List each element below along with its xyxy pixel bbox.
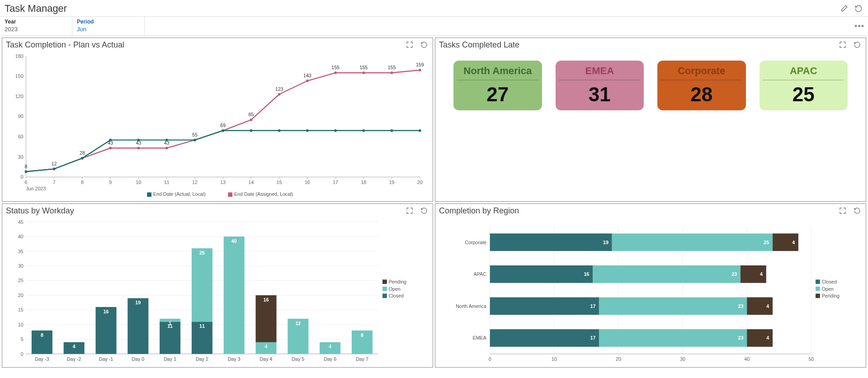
refresh-icon[interactable] [854, 4, 863, 14]
svg-text:15: 15 [18, 307, 24, 312]
svg-rect-153 [382, 293, 387, 298]
svg-text:4: 4 [73, 344, 75, 349]
svg-text:40: 40 [231, 238, 237, 244]
svg-text:Closed: Closed [389, 293, 404, 298]
svg-point-66 [391, 71, 393, 74]
svg-point-60 [306, 80, 309, 82]
svg-rect-129 [192, 248, 212, 321]
svg-text:14: 14 [248, 180, 254, 185]
kpi-tile-value: 25 [760, 80, 848, 106]
kpi-tile-label: Corporate [657, 61, 746, 80]
svg-text:40: 40 [744, 356, 750, 362]
kpi-tile-label: EMEA [556, 61, 644, 80]
svg-point-50 [165, 147, 168, 150]
svg-text:Day 5: Day 5 [292, 356, 304, 362]
svg-text:155: 155 [359, 65, 368, 70]
svg-text:55: 55 [192, 132, 198, 137]
svg-text:25: 25 [18, 278, 24, 283]
svg-text:North America: North America [456, 303, 486, 309]
svg-rect-184 [599, 298, 747, 315]
svg-text:EMEA: EMEA [473, 335, 487, 340]
kpi-tile[interactable]: Corporate28 [657, 61, 746, 110]
svg-rect-191 [599, 329, 747, 347]
svg-text:4: 4 [766, 335, 769, 340]
svg-text:11: 11 [199, 323, 205, 329]
svg-text:20: 20 [417, 180, 423, 185]
svg-text:0: 0 [489, 356, 491, 362]
svg-text:123: 123 [275, 86, 283, 92]
svg-text:12: 12 [52, 161, 57, 166]
svg-text:12: 12 [192, 180, 198, 185]
svg-text:7: 7 [53, 180, 56, 185]
svg-rect-175 [490, 265, 593, 283]
svg-rect-200 [816, 293, 820, 298]
svg-text:8: 8 [25, 164, 28, 169]
panel-status-workday: Status by Workday 0510152025303540458Day… [2, 203, 433, 368]
svg-point-46 [109, 147, 112, 150]
svg-text:16: 16 [305, 180, 310, 185]
svg-text:9: 9 [109, 180, 112, 185]
panel-title: Status by Workday [6, 206, 74, 216]
kpi-tile[interactable]: APAC25 [760, 61, 848, 110]
svg-text:5: 5 [21, 336, 24, 342]
svg-text:4: 4 [760, 271, 763, 277]
svg-rect-170 [612, 233, 773, 251]
svg-text:12: 12 [295, 321, 301, 326]
svg-text:30: 30 [18, 154, 24, 160]
refresh-icon[interactable] [419, 206, 429, 216]
svg-rect-149 [382, 279, 387, 284]
svg-text:16: 16 [584, 271, 589, 277]
svg-text:Day 2: Day 2 [196, 356, 208, 362]
filter-period-value: Jun [77, 26, 140, 33]
svg-text:155: 155 [331, 65, 340, 70]
svg-text:Day -3: Day -3 [35, 356, 49, 362]
svg-text:End Date (Actual, Local): End Date (Actual, Local) [153, 191, 206, 197]
svg-text:Pending: Pending [389, 279, 406, 284]
refresh-icon[interactable] [852, 206, 862, 216]
svg-point-64 [362, 71, 365, 74]
header-actions [839, 4, 863, 14]
svg-text:16: 16 [104, 309, 109, 314]
kpi-tile-label: APAC [760, 61, 848, 80]
svg-text:19: 19 [135, 300, 141, 305]
svg-text:90: 90 [18, 113, 24, 119]
svg-rect-132 [224, 236, 245, 354]
panel-plan-vs-actual: Task Completion - Plan vs Actual 0306090… [2, 38, 433, 202]
kpi-tile[interactable]: EMEA31 [556, 61, 644, 110]
svg-text:45: 45 [18, 219, 24, 225]
svg-text:0: 0 [21, 174, 24, 180]
svg-text:10: 10 [136, 180, 142, 185]
expand-icon[interactable] [405, 206, 415, 216]
svg-text:Day -1: Day -1 [99, 356, 113, 362]
panel-title: Tasks Completed Late [439, 40, 519, 50]
kpi-tile[interactable]: North America27 [453, 61, 542, 110]
svg-text:8: 8 [81, 180, 84, 185]
svg-text:17: 17 [590, 303, 596, 309]
svg-rect-85 [147, 193, 151, 197]
svg-text:23: 23 [738, 335, 744, 340]
svg-rect-182 [490, 298, 599, 315]
svg-text:69: 69 [220, 123, 226, 128]
expand-icon[interactable] [405, 40, 415, 50]
panel-title: Completion by Region [439, 206, 519, 216]
edit-icon[interactable] [839, 4, 849, 14]
panel-completion-region: Completion by Region 0102030405019254Cor… [435, 203, 866, 368]
svg-text:143: 143 [303, 73, 311, 78]
refresh-icon[interactable] [852, 40, 862, 50]
more-options-icon[interactable]: ••• [854, 21, 864, 31]
filter-period[interactable]: Period Jun [72, 17, 145, 35]
svg-text:6: 6 [25, 180, 28, 185]
refresh-icon[interactable] [419, 40, 429, 50]
svg-text:19: 19 [389, 180, 395, 185]
expand-icon[interactable] [838, 206, 848, 216]
svg-text:19: 19 [603, 240, 609, 245]
svg-text:23: 23 [731, 271, 737, 277]
svg-text:159: 159 [416, 62, 424, 67]
svg-rect-119 [127, 298, 148, 354]
filter-year[interactable]: Year 2023 [0, 17, 72, 35]
page-header: Task Manager [0, 0, 868, 17]
expand-icon[interactable] [838, 40, 848, 50]
svg-text:Open: Open [822, 286, 834, 292]
svg-text:Corporate: Corporate [465, 240, 486, 245]
svg-text:Day -2: Day -2 [67, 356, 81, 362]
